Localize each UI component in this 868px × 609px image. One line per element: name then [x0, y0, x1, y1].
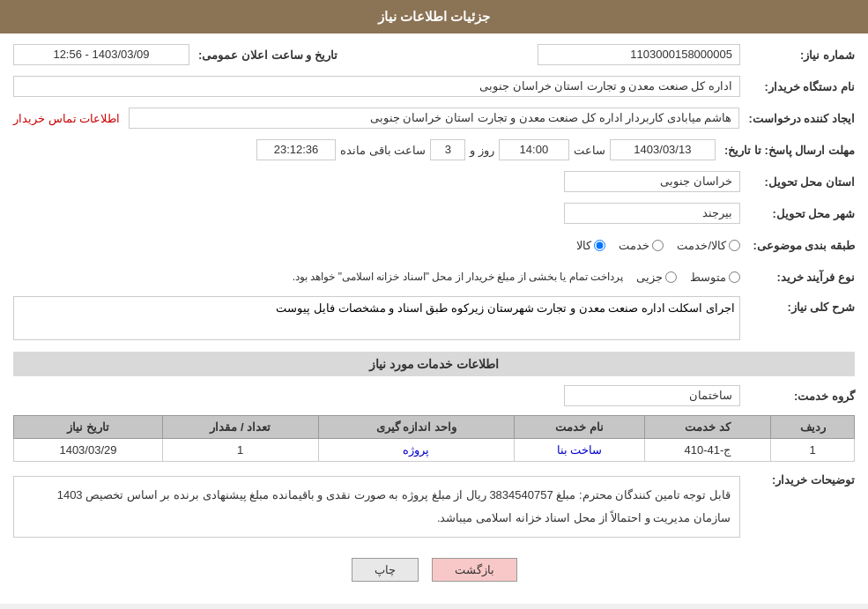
shahr-value: بیرجند	[564, 203, 740, 224]
row-tabaqe: طبقه بندی موضوعی: کالا/خدمت خدمت کالا	[13, 233, 855, 257]
dastgah-label: نام دستگاه خریدار:	[740, 80, 855, 93]
row-ostan: استان محل تحویل: خراسان جنوبی	[13, 169, 855, 194]
table-row: 1 ج-41-410 ساخت بنا پروژه 1 1403/03/29	[14, 439, 855, 462]
col-radif: ردیف	[771, 416, 855, 439]
cell-vahed: پروژه	[318, 439, 515, 462]
tawsiyat-label: توضیحات خریدار:	[740, 469, 855, 486]
tabaqe-option-kala[interactable]: کالا	[576, 239, 605, 252]
col-tedad: تعداد / مقدار	[162, 416, 318, 439]
cell-radif: 1	[771, 439, 855, 462]
col-tarikh: تاریخ نیاز	[14, 416, 163, 439]
mohlat-saat-label: ساعت	[569, 144, 610, 157]
noe-option-motevaset[interactable]: متوسط	[690, 271, 740, 284]
print-button[interactable]: چاپ	[352, 558, 419, 582]
mohlat-rooz-label: روز و	[465, 144, 499, 157]
noe-description: پرداخت تمام یا بخشی از مبلغ خریدار از مح…	[293, 271, 636, 283]
col-kod: کد خدمت	[644, 416, 771, 439]
col-vahed: واحد اندازه گیری	[318, 416, 515, 439]
sharh-textarea: اجرای اسکلت اداره صنعت معدن و تجارت شهرس…	[13, 296, 740, 340]
content-area: شماره نیاز: 1103000158000005 تاریخ و ساع…	[0, 33, 868, 604]
shomare-value: 1103000158000005	[538, 44, 740, 65]
section-khadamat-title: اطلاعات خدمات مورد نیاز	[13, 352, 855, 376]
row-sharh: شرح کلی نیاز: اجرای اسکلت اداره صنعت معد…	[13, 296, 855, 343]
col-name: نام خدمت	[515, 416, 644, 439]
grooh-value: ساختمان	[564, 385, 740, 406]
row-noe: نوع فرآیند خرید: متوسط جزیی پرداخت تمام …	[13, 264, 855, 289]
buttons-row: بازگشت چاپ	[13, 558, 855, 582]
noe-option-jozi[interactable]: جزیی	[636, 271, 677, 284]
page-wrapper: جزئیات اطلاعات نیاز شماره نیاز: 11030001…	[0, 0, 868, 604]
mohlat-saat: 14:00	[499, 139, 569, 160]
cell-kod: ج-41-410	[644, 439, 771, 462]
row-dastgah: نام دستگاه خریدار: اداره کل صنعت معدن و …	[13, 74, 855, 99]
row-grooh: گروه خدمت: ساختمان	[13, 383, 855, 408]
dastgah-value: اداره کل صنعت معدن و تجارت استان خراسان …	[13, 76, 740, 97]
tabaqe-option-khadamat[interactable]: خدمت	[619, 239, 664, 252]
ostan-label: استان محل تحویل:	[740, 175, 855, 189]
row-shomare: شماره نیاز: 1103000158000005 تاریخ و ساع…	[13, 42, 855, 67]
page-title: جزئیات اطلاعات نیاز	[378, 9, 490, 24]
row-mohlat: مهلت ارسال پاسخ: تا تاریخ: 1403/03/13 سا…	[13, 137, 855, 162]
mohlat-baqi-label: ساعت باقی مانده	[336, 144, 430, 157]
ejad-label: ایجاد کننده درخواست:	[739, 112, 855, 125]
shomare-label: شماره نیاز:	[740, 48, 855, 62]
tarikh-value: 1403/03/09 - 12:56	[13, 44, 189, 65]
row-ejad: ایجاد کننده درخواست: هاشم میابادی کاربرد…	[13, 106, 855, 130]
tabaqe-option-kala-khadamat[interactable]: کالا/خدمت	[677, 239, 740, 252]
ejad-value: هاشم میابادی کاربردار اداره کل صنعت معدن…	[129, 108, 739, 129]
row-tawsiyat: توضیحات خریدار: قابل توجه تامین کنندگان …	[13, 469, 855, 545]
noe-radio-group: متوسط جزیی	[636, 271, 740, 284]
ostan-value: خراسان جنوبی	[564, 171, 740, 192]
cell-tarikh: 1403/03/29	[14, 439, 163, 462]
tawsiyat-value: قابل توجه تامین کنندگان محترم: مبلغ 3834…	[13, 476, 740, 538]
noe-label: نوع فرآیند خرید:	[740, 271, 855, 284]
page-header: جزئیات اطلاعات نیاز	[0, 0, 868, 33]
mohlat-date: 1403/03/13	[610, 139, 716, 160]
mohlat-label: مهلت ارسال پاسخ: تا تاریخ:	[716, 144, 855, 157]
back-button[interactable]: بازگشت	[432, 558, 517, 582]
grooh-label: گروه خدمت:	[740, 390, 855, 403]
services-table: ردیف کد خدمت نام خدمت واحد اندازه گیری ت…	[13, 415, 855, 462]
mohlat-rooz: 3	[430, 139, 465, 160]
shahr-label: شهر محل تحویل:	[740, 207, 855, 220]
cell-tedad: 1	[162, 439, 318, 462]
tabaqe-radio-group: کالا/خدمت خدمت کالا	[576, 239, 740, 252]
mohlat-baqi: 23:12:36	[256, 139, 336, 160]
row-shahr: شهر محل تحویل: بیرجند	[13, 201, 855, 226]
tarikh-label: تاریخ و ساعت اعلان عمومی:	[189, 48, 346, 62]
ejad-link[interactable]: اطلاعات تماس خریدار	[13, 112, 120, 125]
tabaqe-label: طبقه بندی موضوعی:	[740, 239, 855, 252]
sharh-label: شرح کلی نیاز:	[740, 296, 855, 314]
cell-name: ساخت بنا	[515, 439, 644, 462]
